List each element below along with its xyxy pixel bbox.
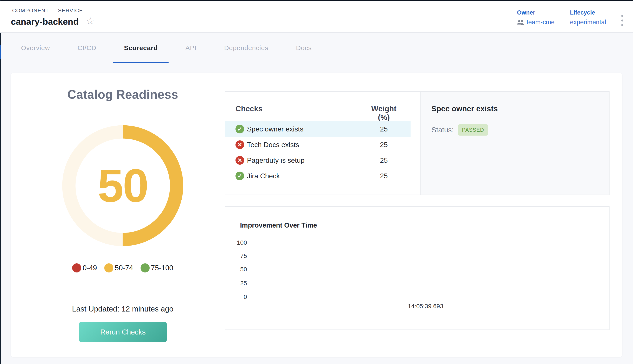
- y-axis-tick: 75: [225, 252, 247, 260]
- checks-panel: Checks Weight (%) ✓ Spec owner exists 25…: [225, 91, 609, 195]
- owner-link[interactable]: team-cme: [527, 19, 555, 26]
- more-options-icon[interactable]: [620, 14, 624, 27]
- sidebar-active-indicator: [0, 45, 1, 59]
- check-detail-panel: Spec owner exists Status: PASSED: [420, 92, 609, 194]
- favorite-star-icon[interactable]: ☆: [86, 16, 95, 26]
- gauge-title: Catalog Readiness: [11, 87, 235, 102]
- y-axis-tick: 100: [225, 239, 247, 246]
- owner-block: Owner team-cme: [517, 9, 555, 26]
- chart-title: Improvement Over Time: [240, 222, 317, 229]
- page-title: canary-backend: [11, 17, 79, 27]
- catalog-readiness-section: Catalog Readiness 50 0-49 50-74: [11, 73, 235, 357]
- tab-api[interactable]: API: [174, 33, 207, 63]
- check-circle-icon: ✓: [236, 125, 244, 134]
- entity-tabs: Overview CI/CD Scorecard API Dependencie…: [10, 33, 323, 63]
- y-axis-tick: 25: [225, 280, 247, 287]
- checks-table: Checks Weight (%) ✓ Spec owner exists 25…: [225, 92, 420, 194]
- breadcrumb: COMPONENT — SERVICE: [12, 8, 83, 14]
- lifecycle-block: Lifecycle experimental: [570, 9, 606, 26]
- rerun-checks-button[interactable]: Rerun Checks: [79, 322, 167, 342]
- legend-item-high: 75-100: [141, 263, 173, 272]
- team-icon: [517, 20, 524, 25]
- score-legend: 0-49 50-74 75-100: [11, 263, 235, 272]
- tab-cicd[interactable]: CI/CD: [67, 33, 107, 63]
- last-updated-text: Last Updated: 12 minutes ago: [11, 304, 235, 313]
- checks-column-header: Checks: [236, 104, 263, 113]
- legend-dot-green: [141, 263, 150, 272]
- tab-overview[interactable]: Overview: [10, 33, 61, 63]
- score-value: 50: [62, 125, 183, 246]
- legend-dot-red: [72, 263, 81, 272]
- lifecycle-value[interactable]: experimental: [570, 19, 606, 26]
- legend-item-mid: 50-74: [104, 263, 133, 272]
- legend-item-low: 0-49: [72, 263, 97, 272]
- y-axis-tick: 50: [225, 266, 247, 273]
- improvement-chart: Improvement Over Time 100 75 50 25 0 14:…: [225, 206, 609, 330]
- check-circle-icon: ✓: [236, 172, 244, 180]
- score-gauge: 50: [62, 125, 183, 246]
- owner-label: Owner: [517, 9, 555, 16]
- table-row[interactable]: ✓ Jira Check 25: [225, 168, 410, 184]
- tab-dependencies[interactable]: Dependencies: [213, 33, 279, 63]
- table-row[interactable]: ✕ Tech Docs exists 25: [225, 137, 410, 152]
- legend-dot-yellow: [104, 263, 113, 272]
- tab-docs[interactable]: Docs: [285, 33, 323, 63]
- scorecard-card: Catalog Readiness 50 0-49 50-74: [11, 73, 622, 357]
- x-axis-tick: 14:05:39.693: [404, 303, 447, 310]
- y-axis-tick: 0: [225, 294, 247, 300]
- table-row[interactable]: ✓ Spec owner exists 25: [225, 121, 410, 137]
- x-circle-icon: ✕: [236, 140, 244, 149]
- tab-scorecard[interactable]: Scorecard: [113, 33, 169, 63]
- status-badge: PASSED: [458, 124, 489, 136]
- scorecard-page: COMPONENT — SERVICE canary-backend ☆ Own…: [0, 0, 633, 364]
- status-label: Status:: [432, 126, 454, 134]
- x-circle-icon: ✕: [236, 156, 244, 165]
- check-detail-title: Spec owner exists: [432, 104, 498, 113]
- weight-column-header: Weight (%): [364, 104, 403, 122]
- table-row[interactable]: ✕ Pagerduty is setup 25: [225, 152, 410, 168]
- entity-header: COMPONENT — SERVICE canary-backend ☆ Own…: [0, 1, 633, 33]
- lifecycle-label: Lifecycle: [570, 9, 606, 16]
